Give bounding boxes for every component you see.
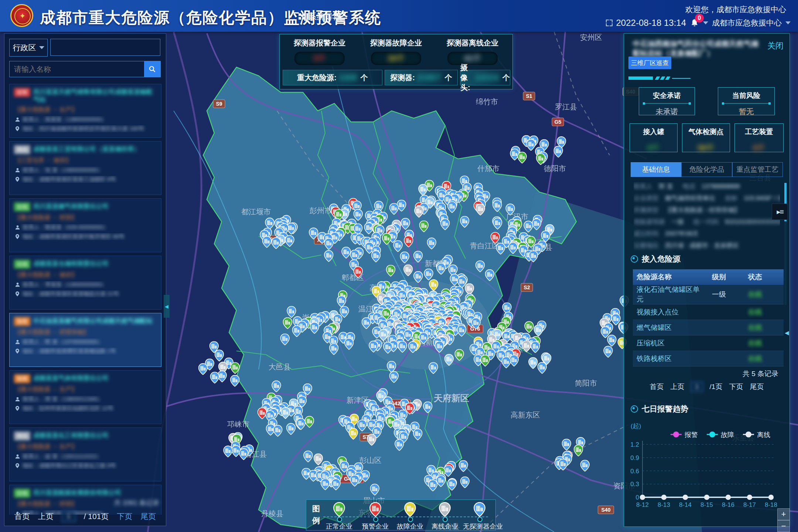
- tab-hazard-chemicals[interactable]: 危险化学品: [681, 162, 732, 177]
- region-value-input[interactable]: [50, 39, 160, 56]
- fullscreen-icon[interactable]: [606, 20, 613, 26]
- alarm-companies-value: 3个: [313, 53, 326, 64]
- section-bullet-icon: [631, 405, 638, 413]
- close-button[interactable]: 关闭: [767, 40, 784, 51]
- prev-page-button[interactable]: 上页: [38, 511, 54, 522]
- current-risk-card: 当前风险 暂无: [718, 87, 775, 115]
- company-pin-icon: [369, 502, 381, 517]
- first-page-button[interactable]: 首页: [14, 511, 30, 522]
- hazard-table: 危险源名称 级别 状态 液化石油气储罐区单元一级在线视频接入点位在线燃气储罐区在…: [633, 269, 784, 366]
- first-page-button[interactable]: 首页: [650, 382, 664, 392]
- company-name: 成都某某气体有限责任公司: [33, 374, 109, 382]
- grid-icon: [299, 13, 305, 20]
- map-legend-panel: 图例 正常企业预警企业故障企业离线企业无探测器企业: [306, 499, 496, 531]
- sidebar-pagination: 首页 上页 1 / 101页 下页 尾页: [4, 511, 166, 522]
- svg-text:8-16: 8-16: [722, 501, 734, 508]
- svg-text:S40: S40: [601, 507, 611, 513]
- svg-text:S2: S2: [524, 284, 530, 290]
- prev-page-button[interactable]: 上页: [671, 382, 685, 392]
- legend-label: 离线企业: [428, 522, 461, 531]
- basic-info-block: 联系人 郭 某电话 13788888888企业类型 燃气储存经营单位坐标 103…: [634, 182, 780, 259]
- svg-text:1.2: 1.2: [630, 441, 639, 448]
- header-datetime: 2022-08-18 13:14: [616, 18, 686, 28]
- map-city-label: 简阳市: [575, 379, 597, 387]
- company-type: 【工贸仓库 － 储存】: [15, 157, 157, 164]
- table-row[interactable]: 燃气储罐区在线: [633, 320, 784, 335]
- company-name: 中石油某某燃气有限公司成都天然气储配站: [33, 317, 153, 325]
- company-list-item[interactable]: 预警成都某某气体有限责任公司【重大危险源 － 生产】联系人：周 某（138000…: [9, 370, 161, 424]
- map-zoom-out-button[interactable]: −: [777, 520, 790, 532]
- 3d-patrol-button[interactable]: 三维厂区巡查: [628, 57, 671, 69]
- chevron-down-icon[interactable]: [785, 21, 791, 24]
- map-city-label: 什邡市: [477, 164, 499, 173]
- table-row[interactable]: 压缩机区在线: [633, 335, 784, 351]
- svg-text:8-18: 8-18: [765, 501, 777, 508]
- svg-text:离线: 离线: [757, 431, 770, 439]
- detector-stats-panel: 探测器报警企业 3个 探测器故障企业 16个 探测器离线企业 41个 重大危险源…: [279, 34, 513, 89]
- status-badge: 预警: [14, 374, 30, 383]
- sidebar-collapse-tab[interactable]: ◀: [164, 295, 170, 318]
- chevron-down-icon[interactable]: [703, 21, 708, 24]
- next-page-button[interactable]: 下页: [729, 382, 743, 392]
- company-list-item[interactable]: 离线成都某某化工有限责任公司【重大危险源 － 生产】联系人：赵 某（133111…: [9, 427, 161, 481]
- map-zoom-in-button[interactable]: +: [777, 508, 790, 520]
- tab-basic-info[interactable]: 基础信息: [631, 162, 681, 177]
- status-badge: 在线: [14, 260, 30, 269]
- legend-title: 图例: [312, 503, 321, 526]
- svg-text:(起): (起): [631, 423, 641, 430]
- scrollbar[interactable]: [784, 183, 787, 305]
- info-row: 企业类型 燃气储存经营单位坐标 103.9408° / 30.6652°: [634, 194, 780, 202]
- company-list-item[interactable]: 在线成都某某仓储有限责任公司【重大危险源 － 储存】联系人：李某某（136000…: [9, 256, 161, 310]
- table-row[interactable]: 视频接入点位在线: [633, 304, 784, 320]
- legend-item: 预警企业: [359, 502, 392, 531]
- expand-list-button[interactable]: ▸≡: [772, 204, 788, 220]
- map-city-label: 都江堰市: [241, 208, 271, 216]
- region-filter-dropdown[interactable]: 行政区: [9, 39, 48, 57]
- status-badge: 在线: [14, 202, 30, 211]
- page-number-input[interactable]: 1: [691, 382, 703, 392]
- map-city-label: 天府新区: [433, 393, 469, 403]
- section-bullet-icon: [631, 255, 638, 263]
- notification-bell[interactable]: 0: [690, 18, 699, 28]
- person-icon: [15, 339, 20, 345]
- company-contact: 联系人：赵 某（13311112222）: [23, 453, 102, 460]
- company-list-item[interactable]: 预警中石油某某燃气有限公司成都天然气储配站【重大危险源 － 经营存储】联系人：郭…: [9, 313, 161, 367]
- company-sidebar: 行政区 报警四川某某天然气销售有限公司成都某某输配气站【重大危险源 － 生产】联…: [4, 33, 166, 526]
- next-page-button[interactable]: 下页: [117, 511, 132, 522]
- search-button[interactable]: [144, 61, 160, 77]
- page-number-input[interactable]: 1: [62, 511, 76, 522]
- system-nav-button[interactable]: 系统导航: [299, 11, 342, 23]
- map-city-label: 丹棱县: [261, 509, 283, 518]
- company-list-item[interactable]: 离线成都某某工贸有限公司（某某储存库）【工贸仓库 － 储存】联系人：张 某（13…: [9, 141, 161, 195]
- tab-key-process[interactable]: 重点监管工艺: [732, 162, 783, 177]
- table-row[interactable]: 液化石油气储罐区单元一级在线: [633, 285, 784, 304]
- legend-label: 无探测器企业: [463, 522, 496, 531]
- hazard-record-count: 共 5 条记录: [743, 369, 778, 379]
- company-type: 【重大危险源 － 生产】: [15, 443, 157, 451]
- company-contact: 联系人：张 某（13900000000）: [23, 167, 103, 174]
- svg-text:8-13: 8-13: [658, 501, 670, 508]
- svg-text:0.3: 0.3: [630, 481, 639, 488]
- last-page-button[interactable]: 尾页: [140, 511, 156, 522]
- company-detail-panel: 中石油西南油气田分公司成都天然气储配站总站（龙泉储配厂） 关闭 三维厂区巡查 安…: [624, 33, 790, 527]
- company-list-item[interactable]: 报警四川某某天然气销售有限公司成都某某输配气站【重大危险源 － 生产】联系人：高…: [9, 84, 161, 138]
- person-icon: [15, 282, 20, 287]
- process-device-count-card: 工艺装置 6个: [734, 123, 784, 152]
- company-list-item[interactable]: 在线四川某某燃气有限责任公司【重大危险源 － 经营】联系人：陈某某（028-00…: [9, 198, 161, 252]
- map-city-label: 罗江县: [555, 103, 577, 111]
- org-selector[interactable]: 成都市应急救援中心: [712, 18, 782, 28]
- search-input[interactable]: [10, 61, 144, 77]
- legend-label: 正常企业: [323, 522, 356, 531]
- notification-count-badge: 0: [695, 14, 704, 23]
- info-row: 注册地址 四川省 · 成都市 · 龙泉驿区: [634, 241, 780, 250]
- company-type: 【重大危险源 － 储存】: [15, 271, 157, 279]
- hazard-section-header: 接入危险源: [631, 254, 681, 264]
- company-name: 成都某某化工有限责任公司: [33, 432, 109, 439]
- last-page-button[interactable]: 尾页: [750, 382, 764, 392]
- table-row[interactable]: 铁路栈桥区在线: [633, 351, 784, 366]
- company-name: 四川某某能源发展股份有限公司: [33, 489, 121, 497]
- location-icon: [15, 348, 20, 354]
- seven-day-trend-chart: 报警故障离线(起)1.20.90.60.308-128-138-148-158-…: [627, 418, 787, 525]
- road-badge: S1: [523, 92, 535, 100]
- panel-collapse-arrow[interactable]: ◀: [785, 330, 789, 336]
